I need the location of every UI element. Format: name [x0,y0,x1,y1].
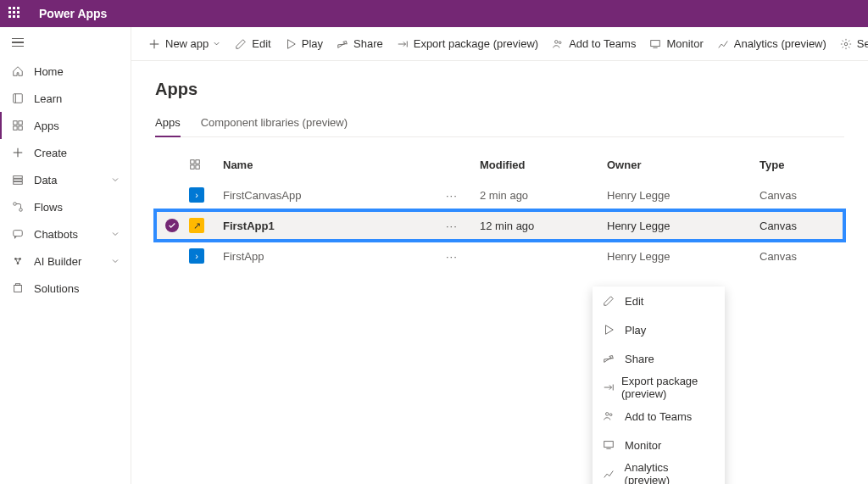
tab-component[interactable]: Component libraries (preview) [201,116,348,136]
ctx-add[interactable]: Add to Teams [593,402,725,431]
cmd-label: Edit [252,37,270,50]
sidebar-item-apps[interactable]: Apps [0,112,131,139]
monitor-icon [649,38,661,50]
ctx-label: Monitor [625,439,661,452]
row-more-actions-button[interactable]: ··· [446,220,480,232]
sidebar-item-label: Create [34,147,120,159]
col-name[interactable]: Name [223,159,446,171]
tab-strip: AppsComponent libraries (preview) [155,116,844,137]
sidebar-item-home[interactable]: Home [0,58,131,85]
row-more-actions-button[interactable]: ··· [446,189,480,202]
sidebar-item-flows[interactable]: Flows [0,193,131,220]
ctx-label: Edit [625,295,643,308]
ctx-label: Analytics (preview) [625,461,715,484]
cell-owner: Henry Legge [607,220,760,232]
sidebar-item-label: Chatbots [34,228,110,241]
product-name: Power Apps [39,7,107,20]
cell-modified: 12 min ago [480,220,607,232]
sidebar-item-learn[interactable]: Learn [0,85,131,112]
hamburger-icon [12,38,24,47]
sidebar-item-solutions[interactable]: Solutions [0,275,131,302]
sidebar-item-label: Home [34,65,120,78]
data-icon [10,174,25,186]
cell-modified: 2 min ago [480,189,607,202]
ai-icon [10,255,25,267]
sidebar: Home Learn Apps Create Data Flows [0,27,131,484]
col-modified[interactable]: Modified [480,159,607,171]
row-more-actions-button[interactable]: ··· [446,250,480,263]
cmd-label: Export package (preview) [414,37,538,50]
cmd-share[interactable]: Share [330,27,390,61]
app-type-icon: › [189,187,204,203]
ctx-edit[interactable]: Edit [593,287,725,315]
export-icon [603,381,615,393]
cell-name: FirstApp [223,250,446,263]
tab-apps[interactable]: Apps [155,116,181,137]
sidebar-item-data[interactable]: Data [0,166,131,193]
cmd-label: Add to Teams [569,37,636,50]
edit-icon [603,295,618,307]
ctx-export[interactable]: Export package (preview) [593,373,725,402]
ctx-label: Share [625,353,654,365]
sidebar-item-chatbots[interactable]: Chatbots [0,220,131,248]
ctx-play[interactable]: Play [593,315,725,344]
teams-icon [552,38,564,50]
ctx-label: Export package (preview) [621,375,715,400]
solutions-icon [10,282,25,294]
plus-icon [148,38,160,50]
col-owner[interactable]: Owner [607,159,760,171]
export-icon [397,38,409,50]
ctx-share[interactable]: Share [593,344,725,373]
ctx-analytics[interactable]: Analytics (preview) [593,459,725,484]
sidebar-item-create[interactable]: Create [0,139,131,166]
nav-collapse-button[interactable] [0,27,131,58]
sidebar-item-label: Data [34,174,110,186]
waffle-launcher-icon[interactable] [8,7,22,20]
table-row[interactable]: › FirstApp ··· Henry Legge Canvas [155,241,844,271]
analytics-icon [717,38,729,50]
cmd-add[interactable]: Add to Teams [545,27,643,61]
cmd-label: New app [165,37,209,50]
cmd-edit[interactable]: Edit [228,27,277,61]
sidebar-item-label: Flows [34,201,120,214]
home-icon [10,65,25,77]
cmd-export[interactable]: Export package (preview) [390,27,545,61]
cmd-label: Share [353,37,383,50]
app-type-icon: › [189,248,204,264]
settings-icon [840,38,852,50]
cmd-analytics[interactable]: Analytics (preview) [710,27,833,61]
learn-icon [10,92,25,104]
cell-name: FirstApp1 [223,220,446,232]
cmd-label: Analytics (preview) [734,37,826,50]
cell-type: Canvas [760,189,844,202]
table-row[interactable]: › FirstCanvasApp ··· 2 min ago Henry Leg… [155,180,844,210]
teams-icon [603,410,618,422]
col-type[interactable]: Type [760,159,844,171]
sidebar-item-ai builder[interactable]: AI Builder [0,248,131,275]
chevron-down-icon [110,256,120,266]
cell-type: Canvas [760,250,844,263]
page-title: Apps [155,80,844,99]
cell-name: FirstCanvasApp [223,189,446,202]
chevron-down-icon [110,175,120,185]
cmd-play[interactable]: Play [278,27,330,61]
cmd-monitor[interactable]: Monitor [643,27,709,61]
cmd-new[interactable]: New app [142,27,228,61]
cell-owner: Henry Legge [607,189,760,202]
cell-type: Canvas [760,220,844,232]
plus-icon [10,147,25,159]
play-icon [603,324,618,336]
flows-icon [10,201,25,213]
ctx-label: Add to Teams [625,410,692,423]
context-menu: Edit Play Share Export package (preview)… [593,287,725,484]
play-icon [285,38,297,50]
table-header-row: Name Modified Owner Type [155,149,844,180]
table-row[interactable]: ↗ FirstApp1 ··· 12 min ago Henry Legge C… [155,210,844,241]
ctx-monitor[interactable]: Monitor [593,431,725,459]
share-icon [337,38,348,50]
app-type-icon: ↗ [189,218,204,233]
row-select-indicator[interactable] [155,219,189,232]
analytics-icon [603,468,618,480]
ctx-label: Play [625,324,646,337]
cmd-settings[interactable]: Settings [833,27,868,61]
